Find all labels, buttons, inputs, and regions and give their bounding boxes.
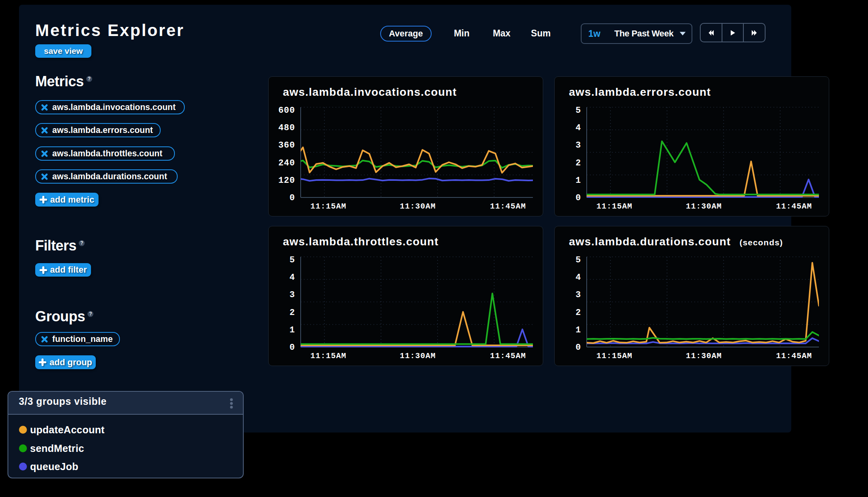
svg-text:5: 5 xyxy=(576,255,581,265)
svg-text:11:30AM: 11:30AM xyxy=(686,351,722,360)
svg-text:11:45AM: 11:45AM xyxy=(776,202,812,211)
svg-text:2: 2 xyxy=(576,308,581,318)
svg-text:3: 3 xyxy=(576,140,581,150)
svg-text:5: 5 xyxy=(576,106,581,116)
svg-text:1: 1 xyxy=(290,325,295,335)
svg-text:3: 3 xyxy=(576,290,581,300)
svg-text:480: 480 xyxy=(278,123,295,133)
svg-text:11:30AM: 11:30AM xyxy=(686,202,722,211)
svg-text:11:15AM: 11:15AM xyxy=(596,351,632,360)
svg-text:240: 240 xyxy=(278,158,295,168)
svg-text:2: 2 xyxy=(290,308,295,318)
svg-text:11:30AM: 11:30AM xyxy=(400,351,436,360)
svg-text:11:15AM: 11:15AM xyxy=(310,202,346,211)
svg-text:aws.lambda.throttles.count: aws.lambda.throttles.count xyxy=(283,235,439,248)
svg-text:600: 600 xyxy=(278,106,295,116)
svg-text:aws.lambda.durations.count(sec: aws.lambda.durations.count(seconds) xyxy=(569,235,783,248)
svg-text:11:30AM: 11:30AM xyxy=(400,202,436,211)
svg-text:3: 3 xyxy=(290,290,295,300)
svg-text:11:45AM: 11:45AM xyxy=(490,202,526,211)
svg-text:4: 4 xyxy=(576,273,581,283)
svg-text:0: 0 xyxy=(576,343,581,353)
svg-text:2: 2 xyxy=(576,158,581,168)
svg-text:0: 0 xyxy=(290,343,295,353)
svg-text:5: 5 xyxy=(290,255,295,265)
svg-text:11:45AM: 11:45AM xyxy=(776,351,812,360)
svg-text:0: 0 xyxy=(290,193,295,203)
svg-text:0: 0 xyxy=(576,193,581,203)
svg-text:1: 1 xyxy=(576,325,581,335)
svg-text:aws.lambda.errors.count: aws.lambda.errors.count xyxy=(569,86,711,98)
svg-text:11:45AM: 11:45AM xyxy=(490,351,526,360)
svg-text:360: 360 xyxy=(278,140,295,150)
svg-text:aws.lambda.invocations.count: aws.lambda.invocations.count xyxy=(283,86,457,98)
svg-text:4: 4 xyxy=(576,123,581,133)
svg-text:120: 120 xyxy=(278,176,295,186)
svg-text:4: 4 xyxy=(290,273,295,283)
svg-text:11:15AM: 11:15AM xyxy=(596,202,632,211)
svg-text:1: 1 xyxy=(576,176,581,186)
svg-text:11:15AM: 11:15AM xyxy=(310,351,346,360)
